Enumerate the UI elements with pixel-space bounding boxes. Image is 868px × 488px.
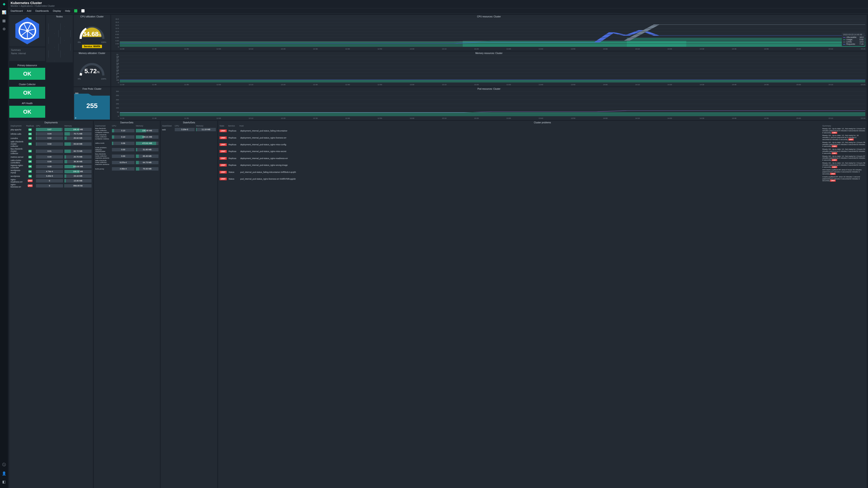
status-value[interactable]: OK xyxy=(9,106,45,118)
memory-bar: 196.40 MB xyxy=(64,128,92,131)
memory-bar: 472.61 MB xyxy=(136,142,158,145)
table-row[interactable]: web 3.20e-5 11.19 MB xyxy=(161,127,217,132)
table-row[interactable]: safe-checkmk-node-collector-machine-sect… xyxy=(94,160,160,166)
service-name: Replicas xyxy=(228,143,239,146)
table-row[interactable]: lisa-checkmk-cluster-collector OK 0.01 8… xyxy=(9,148,93,155)
status-badge: OK xyxy=(29,156,32,158)
dashboard-main: Summary Name: internal Primary datasourc… xyxy=(8,13,329,185)
table-row[interactable]: wordpress-mysql OK 4.74e-4 199.32 MB xyxy=(9,169,93,174)
table-row[interactable]: calico-kube-controllers OK 0.00 36.36 MB xyxy=(9,159,93,164)
nav-apps-icon[interactable]: ▦ xyxy=(2,19,6,23)
host-name: deployment_internal_pod-status_failing-i… xyxy=(240,130,329,132)
menu-dashboards[interactable]: Dashboards xyxy=(35,9,49,12)
cpu-bar: 6.07e-4 xyxy=(112,161,134,164)
nav-settings-icon[interactable]: ⚙ xyxy=(2,27,6,31)
deployment-name: safe-checkmk-cluster-collector xyxy=(11,140,24,147)
table-row[interactable]: lisa-checkmk-node-collector-container-me… xyxy=(94,127,160,134)
nav-monitor-icon[interactable]: 📊 xyxy=(2,10,6,14)
memory-resources-chart[interactable]: Memory resources: Cluster 32 GB28 GB24 G… xyxy=(111,52,329,86)
host-name: pod_internal_pod-status_nginx-liveness-e… xyxy=(240,178,329,180)
table-row[interactable]: kube-proxy 4.95e-4 75.93 MB xyxy=(94,166,160,172)
table-row[interactable]: CRIT Replicas deployment_internal_pod-st… xyxy=(218,127,329,134)
state-badge: CRIT xyxy=(219,171,227,173)
host-name: deployment_internal_pod-status_nginx-mis… xyxy=(240,150,329,153)
cpu-gauge-value: 34.68% xyxy=(83,31,101,38)
status-badge: OK xyxy=(29,175,32,177)
daemonset-name: kube-proxy xyxy=(95,168,111,170)
status-badge: OK xyxy=(29,142,32,145)
table-row[interactable]: coredns OK 0.02 25.94 MB xyxy=(9,136,93,140)
cpu-bar: 0 xyxy=(36,179,63,183)
cluster-problems-table: Cluster problems State Service Host Summ… xyxy=(218,121,329,185)
service-name: Replicas xyxy=(228,150,239,153)
menu-help[interactable]: Help xyxy=(65,9,70,12)
table-row[interactable]: metrics-server OK 0.00 20.70 MB xyxy=(9,155,93,159)
table-row[interactable]: nginx-liveness-err CRIT 0 856.00 kB xyxy=(9,183,93,185)
cluster-logo-panel xyxy=(9,15,45,46)
deployment-name: lisa-checkmk-cluster-collector xyxy=(11,148,24,155)
daemonset-name: safe-checkmk-node-collector-machine-sect… xyxy=(95,160,111,166)
cpu-bar: 0.00 xyxy=(36,155,63,159)
cpu-bar: 0.10 xyxy=(112,129,134,132)
table-row[interactable]: node-problem-detector-1645453494 0.00 31… xyxy=(94,147,160,153)
status-value[interactable]: OK xyxy=(9,87,45,99)
status-api-health: API Health OK xyxy=(9,102,45,119)
table-row[interactable]: ingress-nginx-controller OK 0.00 143.05 … xyxy=(9,164,93,169)
service-name: Replicas xyxy=(228,164,239,166)
memory-bar: 235.48 MB xyxy=(136,129,158,132)
cpu-bar: 0.01 xyxy=(36,150,63,153)
deployment-name: wordpress xyxy=(11,175,24,177)
cpu-bar: 0.00 xyxy=(36,160,63,163)
status-dot-icon xyxy=(74,9,77,12)
sidebar: ◆ 📊 ▦ ⚙ ⓘ 👤 ◧ xyxy=(0,0,8,185)
state-badge: CRIT xyxy=(219,150,227,153)
table-row[interactable]: lisa-checkmk-node-collector-machine-sect… xyxy=(94,153,160,159)
table-row[interactable]: CRIT Replicas deployment_internal_pod-st… xyxy=(218,141,329,148)
table-row[interactable]: CRIT Replicas deployment_internal_pod-st… xyxy=(218,162,329,168)
deployment-name: metrics-server xyxy=(11,156,24,158)
memory-bar: 23.16 MB xyxy=(64,174,92,178)
cpu-resources-chart[interactable]: CPU resources: Cluster 18.016.014.012.01… xyxy=(111,15,329,51)
table-row[interactable]: safe-checkmk-cluster-collector OK 0.02 8… xyxy=(9,140,93,148)
table-row[interactable]: CRIT Status pod_internal_pod-status_ngin… xyxy=(218,175,329,182)
state-badge: CRIT xyxy=(219,143,227,146)
daemonset-name: lisa-checkmk-node-collector-container-me… xyxy=(95,128,111,133)
page-header: Kubernetes Cluster Monitor > Application… xyxy=(8,0,329,8)
memory-bar: 856.00 kB xyxy=(64,184,92,185)
deployments-table: Deployments Deployment Replicas CPU Memo… xyxy=(9,121,93,185)
table-row[interactable]: wordpress OK 3.20e-5 23.16 MB xyxy=(9,174,93,178)
cpu-bar: 0.00 xyxy=(112,148,134,151)
host-name: deployment_internal_pod-status_nginx-rea… xyxy=(240,157,329,160)
pod-resources-chart[interactable]: Pod resources: Cluster 30025020015010050… xyxy=(111,87,329,120)
state-badge: CRIT xyxy=(219,129,227,132)
status-badge: OK xyxy=(29,137,32,140)
table-row[interactable]: CRIT Status pod_internal_pod-status_fail… xyxy=(218,168,329,175)
menu-display[interactable]: Display xyxy=(53,9,61,12)
table-row[interactable]: CRIT Replicas deployment_internal_pod-st… xyxy=(218,148,329,155)
menu-add[interactable]: Add xyxy=(27,9,31,12)
host-name: deployment_internal_pod-status_nginx-liv… xyxy=(240,137,329,139)
cpu-gauge-badge: Service: WARN xyxy=(82,45,102,48)
table-row[interactable]: infinite-calls OK 0.04 70.71 MB xyxy=(9,132,93,136)
cpu-bar: 4.95e-4 xyxy=(112,167,134,170)
cpu-bar: 0.00 xyxy=(112,155,134,158)
table-row[interactable]: php-apache OK 5.67 196.40 MB xyxy=(9,127,93,132)
status-cluster-collector: Cluster Collector OK xyxy=(9,83,45,100)
table-row[interactable]: safe-checkmk-node-collector-container-me… xyxy=(94,134,160,140)
cpu-bar: 5.67 xyxy=(36,128,63,131)
menu-dashboard[interactable]: Dashboard xyxy=(11,9,23,12)
deployment-name: infinite-calls xyxy=(11,133,24,135)
table-row[interactable]: calico-node 0.06 472.61 MB xyxy=(94,140,160,147)
deployment-name: wordpress-mysql xyxy=(11,169,24,174)
table-row[interactable]: nginx-readiness-err CRIT 0 15.95 MB xyxy=(9,178,93,183)
table-row[interactable]: CRIT Replicas deployment_internal_pod-st… xyxy=(218,155,329,162)
statefulsets-table: StatefulSets Statefulset CPU Memory web … xyxy=(161,121,217,185)
status-badge: OK xyxy=(29,133,32,135)
host-name: deployment_internal_pod-status_nginx-wro… xyxy=(240,164,329,166)
memory-bar: 180.21 MB xyxy=(136,135,158,139)
status-badge: OK xyxy=(29,150,32,153)
status-value[interactable]: OK xyxy=(9,68,45,80)
memory-bar: 20.70 MB xyxy=(64,155,92,159)
memory-gauge-panel: Memory utilization: Cluster 5.72% 0%100% xyxy=(74,52,110,86)
table-row[interactable]: CRIT Replicas deployment_internal_pod-st… xyxy=(218,134,329,141)
